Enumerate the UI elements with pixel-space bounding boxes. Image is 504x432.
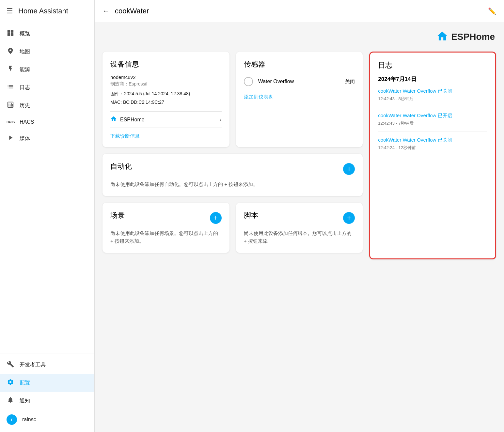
sidebar-item-map[interactable]: 地图 — [0, 43, 94, 61]
automation-title-row: 自动化 + — [110, 162, 355, 177]
scene-card: 场景 + 尚未使用此设备添加任何场景。您可以点击上方的 + 按钮来添加。 — [102, 203, 229, 253]
automation-title: 自动化 — [110, 162, 132, 171]
esphome-logo-text: ESPHome — [451, 32, 495, 42]
avatar: r — [7, 414, 17, 425]
topbar: ← cookWater ✏️ — [95, 0, 504, 22]
user-name: rainsc — [22, 417, 36, 423]
sensor-status: 关闭 — [345, 79, 355, 85]
sidebar-item-config[interactable]: 配置 — [0, 374, 94, 392]
sidebar-item-history-label: 历史 — [20, 102, 30, 109]
sidebar-item-notifications[interactable]: 通知 — [0, 392, 94, 410]
config-icon — [7, 378, 14, 387]
scene-title: 场景 — [110, 210, 125, 220]
scene-title-row: 场景 + — [110, 210, 222, 225]
sensor-circle — [244, 77, 253, 86]
hacs-icon: HACS — [7, 120, 14, 124]
automation-description: 尚未使用此设备添加任何自动化。您可以点击上方的 + 按钮来添加。 — [110, 180, 355, 188]
media-icon — [7, 134, 14, 143]
add-dashboard-link[interactable]: 添加到仪表盘 — [244, 94, 273, 100]
energy-icon — [7, 65, 14, 74]
log-time-2: 12:42:24 - 12秒钟前 — [378, 145, 416, 150]
sidebar-item-devtools-label: 开发者工具 — [20, 362, 46, 368]
automation-add-button[interactable]: + — [343, 163, 355, 175]
log-title: 日志 — [378, 60, 487, 70]
log-date: 2024年7月14日 — [378, 75, 487, 83]
log-entry-2: cookWater Water Overflow 已关闭 12:42:24 - … — [378, 137, 487, 156]
svg-rect-9 — [11, 103, 12, 107]
sidebar-item-hacs[interactable]: HACS HACS — [0, 115, 94, 130]
automation-card: 自动化 + 尚未使用此设备添加任何自动化。您可以点击上方的 + 按钮来添加。 — [102, 154, 363, 196]
svg-rect-1 — [11, 30, 13, 33]
svg-rect-7 — [9, 103, 9, 106]
log-link-1[interactable]: cookWater Water Overflow 已开启 — [378, 113, 487, 119]
log-link-0[interactable]: cookWater Water Overflow 已关闭 — [378, 88, 487, 94]
sidebar-item-notifications-label: 通知 — [20, 397, 30, 404]
sidebar-item-log[interactable]: 日志 — [0, 79, 94, 97]
chevron-right-icon: › — [220, 116, 222, 123]
log-card: 日志 2024年7月14日 cookWater Water Overflow 已… — [369, 52, 496, 259]
history-icon — [7, 101, 14, 110]
esphome-link-icon — [110, 116, 117, 124]
esphome-link-text: ESPHome — [120, 117, 216, 123]
svg-rect-10 — [12, 104, 13, 106]
sensor-name: Water Overflow — [258, 79, 340, 85]
sidebar-item-overview-label: 概览 — [20, 30, 30, 37]
esphome-header: ESPHome — [369, 30, 496, 45]
log-link-2[interactable]: cookWater Water Overflow 已关闭 — [378, 137, 487, 143]
log-time-1: 12:42:43 - 7秒钟后 — [378, 121, 413, 126]
device-manufacturer: 制造商：Espressif — [110, 81, 222, 87]
devtools-icon — [7, 361, 14, 369]
scene-description: 尚未使用此设备添加任何场景。您可以点击上方的 + 按钮来添加。 — [110, 229, 222, 245]
content-area: ESPHome 设备信息 nodemcuv2 制造商：Espressif 固件：… — [95, 22, 504, 432]
sidebar-item-overview[interactable]: 概览 — [0, 25, 94, 43]
download-link[interactable]: 下载诊断信息 — [110, 133, 140, 139]
map-icon — [7, 47, 14, 56]
sidebar-item-energy[interactable]: 能源 — [0, 61, 94, 79]
page-title: cookWater — [115, 7, 483, 15]
script-description: 尚未使用此设备添加任何脚本。您可以点击上方的 + 按钮来添 — [244, 229, 355, 245]
sidebar-item-history[interactable]: 历史 — [0, 97, 94, 115]
notifications-icon — [7, 396, 14, 405]
esphome-logo-icon — [436, 30, 449, 44]
sidebar-item-media[interactable]: 媒体 — [0, 130, 94, 147]
sidebar-item-hacs-label: HACS — [20, 119, 34, 125]
log-entry-0: cookWater Water Overflow 已关闭 12:42:43 - … — [378, 88, 487, 107]
sensor-title: 传感器 — [244, 59, 355, 69]
svg-rect-8 — [10, 104, 10, 106]
main: ← cookWater ✏️ ESPHome 设备信息 nodemcuv2 制造… — [95, 0, 504, 432]
sidebar-nav: 概览 地图 能源 日志 历史 HACS HA — [0, 22, 94, 353]
scene-add-button[interactable]: + — [210, 212, 222, 224]
script-add-button[interactable]: + — [343, 212, 355, 224]
menu-icon[interactable]: ☰ — [7, 7, 13, 15]
log-entry-1: cookWater Water Overflow 已开启 12:42:43 - … — [378, 113, 487, 132]
svg-rect-2 — [8, 33, 10, 36]
sidebar-item-map-label: 地图 — [20, 48, 30, 55]
esphome-link[interactable]: ESPHome › — [110, 111, 222, 128]
svg-rect-0 — [8, 30, 10, 33]
sidebar-header: ☰ Home Assistant — [0, 0, 94, 22]
sidebar-item-config-label: 配置 — [20, 379, 30, 386]
sidebar-bottom: 开发者工具 配置 通知 r rainsc — [0, 353, 94, 432]
edit-button[interactable]: ✏️ — [488, 7, 496, 15]
app-title: Home Assistant — [18, 7, 68, 15]
script-card: 脚本 + 尚未使用此设备添加任何脚本。您可以点击上方的 + 按钮来添 — [236, 203, 363, 253]
back-button[interactable]: ← — [102, 7, 110, 15]
device-info-card: 设备信息 nodemcuv2 制造商：Espressif 固件：2024.5.5… — [102, 52, 229, 147]
sidebar-item-log-label: 日志 — [20, 84, 30, 91]
sensor-card: 传感器 Water Overflow 关闭 添加到仪表盘 — [236, 52, 363, 147]
log-icon — [7, 83, 14, 92]
sidebar-item-devtools[interactable]: 开发者工具 — [0, 356, 94, 374]
svg-point-5 — [9, 49, 11, 51]
sidebar-item-media-label: 媒体 — [20, 135, 30, 142]
sidebar-item-energy-label: 能源 — [20, 66, 30, 73]
device-model: nodemcuv2 — [110, 74, 222, 80]
device-info-title: 设备信息 — [110, 59, 222, 69]
sidebar: ☰ Home Assistant 概览 地图 能源 日志 — [0, 0, 95, 432]
log-time-0: 12:42:43 - 8秒钟后 — [378, 96, 413, 101]
user-item[interactable]: r rainsc — [0, 410, 94, 429]
sensor-row: Water Overflow 关闭 — [244, 74, 355, 89]
script-title: 脚本 — [244, 210, 258, 220]
device-mac: MAC: BC:DD:C2:14:9C:27 — [110, 100, 222, 105]
overview-icon — [7, 29, 14, 38]
svg-rect-3 — [11, 33, 13, 36]
